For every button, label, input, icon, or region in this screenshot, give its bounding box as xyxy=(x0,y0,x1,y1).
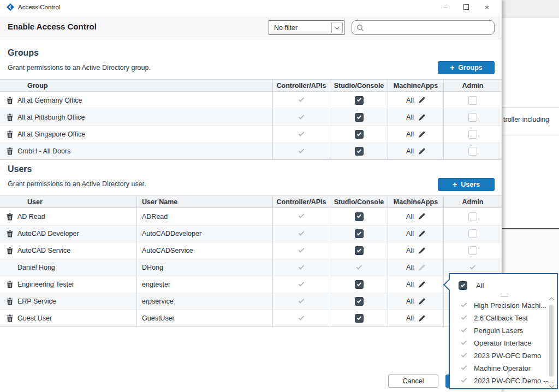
scrollbar-thumb[interactable] xyxy=(549,305,554,377)
edit-pencil-icon[interactable] xyxy=(418,298,425,305)
edit-pencil-icon[interactable] xyxy=(418,281,425,288)
machineapps-cell[interactable]: All xyxy=(388,259,443,276)
minimize-button[interactable]: – xyxy=(435,0,456,14)
popup-scrollbar[interactable] xyxy=(548,297,555,387)
popup-list-item[interactable]: Machine Operator xyxy=(450,362,557,375)
users-section-subtitle: Grant permissions to an Active Directory… xyxy=(8,180,146,188)
machineapps-cell[interactable]: All xyxy=(388,143,443,159)
column-header-label: User xyxy=(27,198,43,206)
popup-list-item[interactable]: 2023 PW-OFC Demo xyxy=(450,349,557,362)
groups-table: GroupController/APIsStudio/ConsoleMachin… xyxy=(0,79,502,160)
admin-checkbox[interactable] xyxy=(468,246,477,255)
studio-checkbox[interactable] xyxy=(355,314,364,323)
column-header: Group xyxy=(0,80,272,91)
popup-list-item[interactable]: Pick & Place xyxy=(450,387,557,388)
admin-checkbox[interactable] xyxy=(468,212,477,221)
name-cell: All at Singapore Office xyxy=(0,126,272,142)
row-name-label: Engineering Tester xyxy=(17,281,74,288)
popup-list-item[interactable]: Operator Interface xyxy=(450,337,557,349)
item-check-icon xyxy=(461,339,467,345)
delete-trash-icon[interactable] xyxy=(7,97,13,104)
studio-checkbox[interactable] xyxy=(355,147,364,156)
check-icon xyxy=(356,97,361,102)
studio-checkbox[interactable] xyxy=(355,130,364,139)
studio-checkbox[interactable] xyxy=(355,246,364,255)
admin-checkbox[interactable] xyxy=(468,130,477,139)
column-header-label: Studio/Console xyxy=(334,198,384,206)
machineapps-cell[interactable]: All xyxy=(388,310,443,326)
machineapps-value: All xyxy=(406,264,414,271)
popup-list-item[interactable]: High Precision Machi... xyxy=(450,299,557,312)
search-input[interactable] xyxy=(364,21,494,34)
popup-item-label: High Precision Machi... xyxy=(474,301,546,310)
delete-trash-icon[interactable] xyxy=(7,130,13,138)
delete-trash-icon[interactable] xyxy=(7,230,13,237)
name-cell: All at Germany Office xyxy=(0,92,272,109)
admin-checkbox[interactable] xyxy=(468,96,477,105)
cancel-button[interactable]: Cancel xyxy=(388,375,438,388)
add-groups-button[interactable]: + Groups xyxy=(438,61,495,74)
studio-checkbox[interactable] xyxy=(355,113,364,122)
column-header-label: User Name xyxy=(142,198,177,206)
delete-trash-icon[interactable] xyxy=(7,298,13,305)
delete-trash-icon[interactable] xyxy=(7,281,13,288)
filter-dropdown[interactable]: No filter xyxy=(269,20,344,35)
add-users-button[interactable]: + Users xyxy=(438,178,495,191)
machineapps-value: All xyxy=(406,147,414,155)
studio-cell xyxy=(330,92,388,109)
popup-list-item[interactable]: 2023 PW-OFC Demo --... xyxy=(450,375,557,387)
chevron-down-icon[interactable] xyxy=(331,22,343,33)
delete-trash-icon[interactable] xyxy=(7,247,13,254)
scroll-down-icon[interactable] xyxy=(549,383,555,388)
controller-cell xyxy=(272,225,330,242)
edit-pencil-icon[interactable] xyxy=(418,131,425,138)
edit-pencil-icon[interactable] xyxy=(418,97,425,104)
machineapps-cell[interactable]: All xyxy=(388,276,443,293)
edit-pencil-icon[interactable] xyxy=(418,315,425,322)
scroll-up-icon[interactable] xyxy=(549,298,555,303)
delete-trash-icon[interactable] xyxy=(7,314,13,322)
machineapps-cell[interactable]: All xyxy=(388,208,443,225)
edit-pencil-icon[interactable] xyxy=(418,230,425,237)
item-check-icon xyxy=(461,301,467,307)
edit-pencil-icon[interactable] xyxy=(418,247,425,254)
plus-icon: + xyxy=(450,64,454,72)
maximize-button[interactable] xyxy=(456,0,477,14)
search-field[interactable] xyxy=(352,20,495,35)
machineapps-cell[interactable]: All xyxy=(388,92,443,109)
popup-list-item[interactable]: 2.6 Callback Test xyxy=(450,312,557,324)
add-users-label: Users xyxy=(461,181,480,188)
studio-checkbox[interactable] xyxy=(355,229,364,238)
close-button[interactable]: × xyxy=(477,0,497,14)
studio-checkbox[interactable] xyxy=(355,212,364,221)
machineapps-cell[interactable]: All xyxy=(388,225,443,242)
controller-cell xyxy=(272,259,330,276)
popup-list-item[interactable]: Penguin Lasers xyxy=(450,324,557,337)
machineapps-cell[interactable]: All xyxy=(388,126,443,142)
granted-check-icon xyxy=(299,298,305,304)
studio-checkbox[interactable] xyxy=(355,96,364,105)
edit-pencil-icon[interactable] xyxy=(418,148,425,155)
machineapps-cell[interactable]: All xyxy=(388,293,443,310)
all-checkbox[interactable] xyxy=(459,281,467,290)
delete-trash-icon[interactable] xyxy=(7,147,13,155)
groups-section-title: Groups xyxy=(8,48,39,58)
delete-trash-icon[interactable] xyxy=(7,114,13,121)
machineapps-cell[interactable]: All xyxy=(388,109,443,126)
studio-checkbox[interactable] xyxy=(355,297,364,306)
edit-pencil-icon xyxy=(418,264,425,271)
table-row: All at Singapore OfficeAll xyxy=(0,126,502,142)
admin-checkbox[interactable] xyxy=(468,229,477,238)
edit-pencil-icon[interactable] xyxy=(418,114,425,121)
admin-checkbox[interactable] xyxy=(468,113,477,122)
studio-checkbox[interactable] xyxy=(355,280,364,289)
admin-checkbox[interactable] xyxy=(468,147,477,156)
column-header-label: Admin xyxy=(462,82,484,90)
row-name-label: All at Germany Office xyxy=(17,97,82,104)
popup-item-all[interactable]: All xyxy=(450,278,557,293)
edit-pencil-icon[interactable] xyxy=(418,213,425,220)
machineapps-cell[interactable]: All xyxy=(388,242,443,259)
username-cell: AutoCADDeveloper xyxy=(136,225,272,242)
delete-trash-icon[interactable] xyxy=(7,213,13,221)
machineapps-value: All xyxy=(406,281,414,288)
